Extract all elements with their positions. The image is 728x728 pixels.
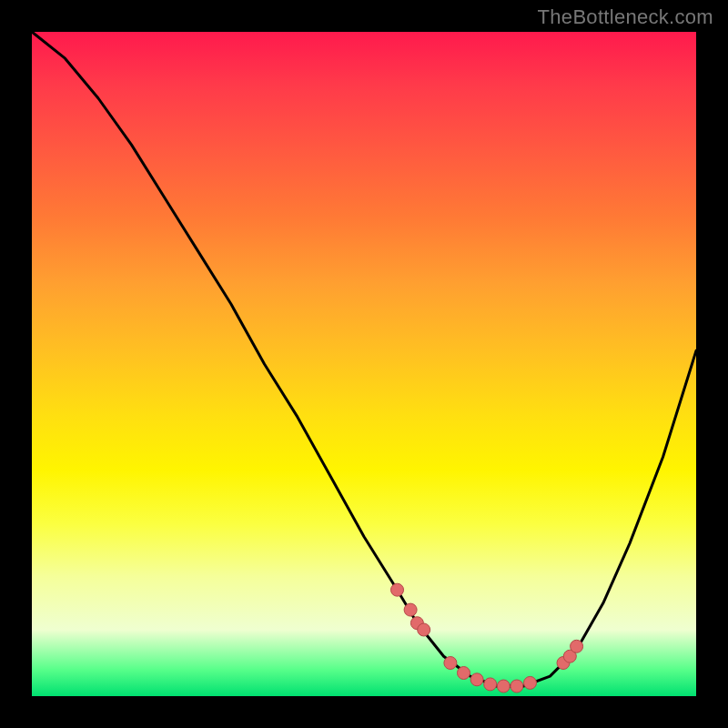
highlight-marker (458, 667, 470, 680)
highlight-marker (497, 680, 510, 693)
highlight-marker (511, 680, 523, 693)
highlight-marker (470, 673, 483, 686)
highlight-marker (524, 676, 537, 689)
highlight-marker (484, 678, 497, 691)
chart-frame: TheBottleneck.com (0, 0, 728, 728)
chart-overlay-svg (32, 32, 696, 696)
gradient-plot-area (32, 32, 696, 696)
bottleneck-curve (32, 32, 696, 686)
highlight-marker (418, 623, 430, 636)
highlight-marker (571, 640, 583, 652)
highlight-marker (444, 657, 457, 670)
marker-group (391, 583, 583, 693)
watermark-text: TheBottleneck.com (538, 5, 713, 29)
highlight-marker (391, 583, 404, 596)
highlight-marker (404, 603, 417, 616)
